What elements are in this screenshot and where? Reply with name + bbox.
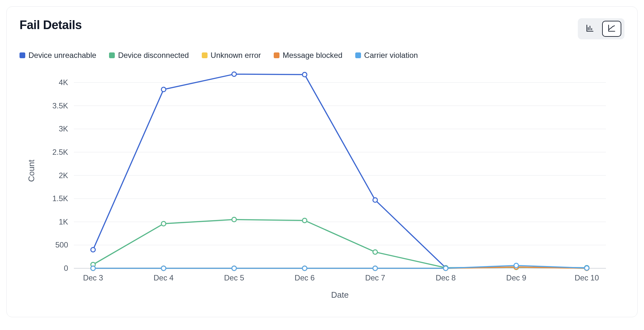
series-point[interactable] xyxy=(232,266,236,271)
series-point[interactable] xyxy=(232,72,236,76)
x-tick-label: Dec 9 xyxy=(506,273,526,282)
x-tick-label: Dec 7 xyxy=(365,273,385,282)
line-chart-icon xyxy=(608,24,616,34)
series-point[interactable] xyxy=(91,248,95,252)
series-point[interactable] xyxy=(444,266,448,271)
y-tick-label: 500 xyxy=(55,240,68,249)
legend-item[interactable]: Unknown error xyxy=(202,51,261,60)
fail-details-card: Fail Details xyxy=(6,6,638,317)
series-point[interactable] xyxy=(161,222,166,226)
series-point[interactable] xyxy=(302,266,307,271)
x-tick-label: Dec 3 xyxy=(83,273,103,282)
series-point[interactable] xyxy=(161,266,166,271)
legend-swatch xyxy=(202,52,208,58)
legend-swatch xyxy=(20,52,25,58)
series-point[interactable] xyxy=(373,198,377,202)
y-tick-label: 3K xyxy=(59,124,68,133)
legend-swatch xyxy=(274,52,279,58)
y-tick-label: 4K xyxy=(59,78,68,87)
legend-label: Carrier violation xyxy=(364,51,418,60)
bar-chart-icon xyxy=(586,24,594,34)
x-axis-label: Date xyxy=(331,290,349,300)
y-tick-label: 3.5K xyxy=(52,101,68,110)
series-point[interactable] xyxy=(91,266,95,271)
legend-item[interactable]: Device unreachable xyxy=(20,51,96,60)
y-tick-label: 0 xyxy=(64,264,68,272)
y-tick-label: 2.5K xyxy=(52,148,68,156)
series-point[interactable] xyxy=(585,266,589,270)
series-point[interactable] xyxy=(161,87,166,92)
series-line xyxy=(93,74,587,268)
series-point[interactable] xyxy=(232,217,236,222)
legend-label: Unknown error xyxy=(211,51,261,60)
legend-swatch xyxy=(109,52,115,58)
x-tick-label: Dec 8 xyxy=(436,273,456,282)
chart-legend: Device unreachableDevice disconnectedUnk… xyxy=(20,51,624,60)
line-chart-toggle[interactable] xyxy=(602,21,621,37)
line-chart: 05001K1.5K2K2.5K3K3.5K4KDec 3Dec 4Dec 5D… xyxy=(20,64,625,307)
y-tick-label: 1K xyxy=(59,217,68,226)
legend-item[interactable]: Carrier violation xyxy=(355,51,418,60)
bar-chart-toggle[interactable] xyxy=(581,21,599,36)
x-tick-label: Dec 5 xyxy=(224,273,244,282)
series-point[interactable] xyxy=(373,250,377,254)
series-point[interactable] xyxy=(302,72,307,77)
x-tick-label: Dec 10 xyxy=(575,273,599,282)
series-point[interactable] xyxy=(302,218,307,223)
chart-area: 05001K1.5K2K2.5K3K3.5K4KDec 3Dec 4Dec 5D… xyxy=(20,64,624,308)
x-tick-label: Dec 4 xyxy=(153,273,174,282)
series-line xyxy=(93,220,587,268)
y-tick-label: 1.5K xyxy=(52,194,68,203)
legend-item[interactable]: Device disconnected xyxy=(109,51,189,60)
card-header: Fail Details xyxy=(20,18,624,39)
x-tick-label: Dec 6 xyxy=(295,273,315,282)
legend-label: Message blocked xyxy=(283,51,342,60)
legend-label: Device disconnected xyxy=(118,51,189,60)
card-title: Fail Details xyxy=(20,18,82,32)
chart-type-toggle xyxy=(578,18,624,39)
legend-label: Device unreachable xyxy=(28,51,96,60)
y-axis-label: Count xyxy=(27,160,36,182)
legend-item[interactable]: Message blocked xyxy=(274,51,342,60)
series-point[interactable] xyxy=(373,266,377,271)
y-tick-label: 2K xyxy=(59,171,68,180)
legend-swatch xyxy=(355,52,361,58)
series-point[interactable] xyxy=(514,263,518,268)
